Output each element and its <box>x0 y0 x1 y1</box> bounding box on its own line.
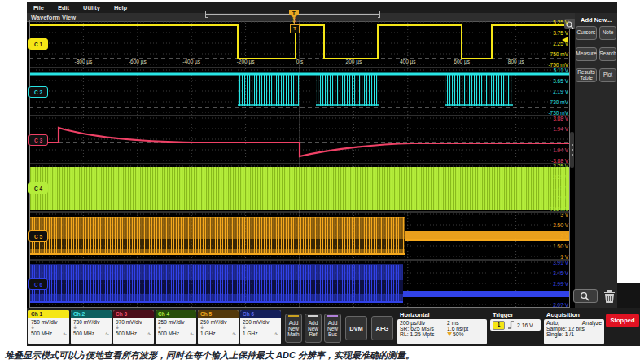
time-label: -400 µs <box>182 59 200 64</box>
zoom-mode-button[interactable] <box>573 289 598 303</box>
channel-tag-c-4[interactable]: C 4 <box>28 182 48 194</box>
trash-icon[interactable] <box>601 287 617 305</box>
scale-label: -3.88 V <box>551 158 568 164</box>
channel-bandwidth: 500 MHz∿ <box>31 331 67 336</box>
add-new-math-button[interactable]: Add New Math <box>285 314 302 343</box>
coupling-icon: ⏚ <box>200 325 236 331</box>
bandwidth-icon: ∿ <box>190 331 194 336</box>
coupling-icon: ⏚ <box>31 325 67 331</box>
scale-label: 5.25 V <box>553 20 568 25</box>
menu-item-help[interactable]: Help <box>114 4 127 11</box>
rising-edge-icon <box>507 321 515 329</box>
channel-scale: 250 mV/div <box>158 319 194 325</box>
sidebar-button-plot[interactable]: Plot <box>599 68 616 82</box>
caption-text: 堆叠显示模式可以方便地查看所有波形，同时在每个输入上保持最大 ADC 分辨率，实… <box>5 349 632 362</box>
channel-tag-c-2[interactable]: C 2 <box>28 86 48 98</box>
acquisition-sample: Sample: 12 bits <box>546 326 602 331</box>
channel-scale: 230 mV/div <box>243 319 278 325</box>
grid-resize-handle[interactable] <box>570 132 574 168</box>
sidebar-button-cursors[interactable]: Cursors <box>576 26 597 40</box>
scale-label: -730 mV <box>548 110 568 116</box>
trigger-panel[interactable]: 1 2.16 V <box>490 319 541 331</box>
time-label: -800 µs <box>74 59 92 64</box>
scale-label: -750 mV <box>548 62 568 68</box>
bandwidth-icon: ∿ <box>105 331 109 336</box>
afg-button[interactable]: AFG <box>371 316 393 340</box>
scale-label: 1.25 V <box>553 195 568 201</box>
channel-card-body: 250 mV/div⏚1 GHz∿ <box>198 318 239 337</box>
add-new-title: Add New... <box>575 16 617 24</box>
sidebar-button-search[interactable]: Search <box>599 47 616 61</box>
time-label: -600 µs <box>129 59 147 64</box>
scale-label: 3.65 V <box>553 78 568 84</box>
sidebar-button-results-table[interactable]: Results Table <box>576 68 597 82</box>
pan-zoom-left-bracket[interactable] <box>205 11 208 18</box>
scale-label: 730 mV <box>550 99 568 105</box>
channel-bandwidth: 1 GHz∿ <box>200 331 236 336</box>
channel-card-body: 730 mV/div⏚500 MHz∿ <box>71 318 112 337</box>
run-stop-button[interactable]: Stopped <box>606 314 639 327</box>
trigger-level-value: 2.16 V <box>517 322 533 328</box>
add-new-ref-button[interactable]: Add New Ref <box>305 314 322 343</box>
scale-label: -1.94 V <box>551 147 568 153</box>
horizontal-row: 200 µs/div2 ms <box>400 320 484 326</box>
time-label: 600 µs <box>454 59 470 64</box>
channel-card-ch-3[interactable]: Ch 3970 mV/div⏚500 MHz∿ <box>113 310 154 344</box>
channel-card-title: Ch 4 <box>156 310 196 318</box>
channel-tag-c-3[interactable]: C 3 <box>28 134 48 146</box>
horizontal-panel[interactable]: 200 µs/div2 msSR: 625 MS/s1.6 ns/ptRL: 1… <box>397 319 487 344</box>
acquisition-mode: Auto, <box>546 320 559 326</box>
scale-label: 2 V <box>560 233 568 239</box>
scale-label: 2.07 V <box>553 302 568 308</box>
channel-card-title: Ch 5 <box>198 310 239 318</box>
bandwidth-icon: ∿ <box>232 331 236 336</box>
acquisition-panel-title: Acquisition <box>546 311 580 318</box>
scale-label: 750 mV <box>550 51 568 57</box>
channel-card-ch-2[interactable]: Ch 2730 mV/div⏚500 MHz∿ <box>71 310 112 344</box>
bandwidth-icon: ∿ <box>274 331 278 336</box>
coupling-icon: ⏚ <box>116 325 151 331</box>
channel-tag-c-5[interactable]: C 5 <box>28 230 48 242</box>
menu-item-file[interactable]: File <box>33 4 44 11</box>
scale-label: 3.88 V <box>553 116 568 121</box>
acquisition-panel[interactable]: Auto, Analyze Sample: 12 bits Single: 1 … <box>544 319 604 344</box>
scale-label: 1.50 V <box>553 243 568 249</box>
channel-card-ch-4[interactable]: Ch 4250 mV/div⏚500 MHz∿ <box>156 310 196 344</box>
channel-tag-c-6[interactable]: C 6 <box>28 278 48 290</box>
add-new-bus-button[interactable]: Add New Bus <box>324 314 341 343</box>
time-label: 800 µs <box>508 59 524 64</box>
acquisition-single: Single: 1 /1 <box>546 331 602 337</box>
channel-card-body: 970 mV/div⏚500 MHz∿ <box>113 318 154 337</box>
trigger-position-icon <box>447 332 452 336</box>
channel-card-title: Ch 2 <box>71 310 112 318</box>
coupling-icon: ⏚ <box>158 325 194 331</box>
channel-card-title: Ch 3 <box>113 310 154 318</box>
menu-bar: FileEditUtilityHelp <box>27 2 617 13</box>
channel-tag-c-1[interactable]: C 1 <box>28 38 48 50</box>
scale-label: 3.75 V <box>553 30 568 36</box>
acquisition-analyze: Analyze <box>582 320 602 326</box>
sidebar-button-measure[interactable]: Measure <box>576 47 597 61</box>
channel-card-ch-5[interactable]: Ch 5250 mV/div⏚1 GHz∿ <box>198 310 239 344</box>
channel-bandwidth: 1 GHz∿ <box>243 331 278 336</box>
sidebar-button-note[interactable]: Note <box>599 26 616 40</box>
scale-label: 2.19 V <box>553 89 568 94</box>
channel-card-body: 750 mV/div⏚500 MHz∿ <box>28 318 69 337</box>
bandwidth-icon: ∿ <box>147 331 151 336</box>
add-new-buttons: Add New MathAdd New RefAdd New Bus <box>285 314 341 343</box>
ch5-trace <box>29 217 405 255</box>
pan-zoom-right-bracket[interactable] <box>378 11 380 18</box>
channel-card-title: Ch 6 <box>240 310 281 318</box>
channel-card-body: 230 mV/div⏚1 GHz∿ <box>240 318 281 337</box>
scale-label: 1.94 V <box>553 126 568 132</box>
scale-label: 1.75 V <box>553 185 568 191</box>
dvm-button[interactable]: DVM <box>345 316 367 340</box>
channel-card-ch-6[interactable]: Ch 6230 mV/div⏚1 GHz∿ <box>240 310 281 344</box>
trigger-panel-title: Trigger <box>493 311 513 318</box>
trigger-t-marker[interactable]: T <box>290 24 300 33</box>
scale-label: 3 V <box>560 212 568 217</box>
horizontal-row: RL: 1.25 Mpts50% <box>400 331 484 337</box>
menu-item-edit[interactable]: Edit <box>58 4 69 11</box>
menu-item-utility[interactable]: Utility <box>83 4 100 11</box>
channel-card-ch-1[interactable]: Ch 1750 mV/div⏚500 MHz∿ <box>28 310 69 344</box>
